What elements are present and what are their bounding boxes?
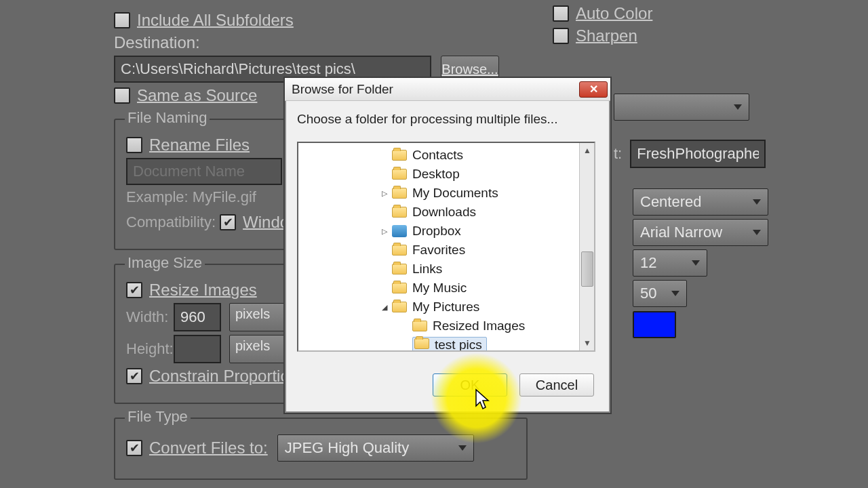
tree-item[interactable]: Favorites <box>298 241 582 260</box>
expand-icon[interactable]: ▷ <box>380 226 389 236</box>
tree-item[interactable]: Desktop <box>298 165 582 184</box>
font-size-select[interactable]: 12 <box>633 249 707 277</box>
tree-item-label: Dropbox <box>412 224 461 239</box>
sharpen-checkbox[interactable] <box>553 28 569 44</box>
ok-button[interactable]: OK <box>433 373 507 396</box>
tree-item-label: Favorites <box>412 243 465 258</box>
watermark-text-input[interactable] <box>630 140 766 168</box>
file-type-legend: File Type <box>125 408 191 426</box>
auto-color-checkbox[interactable] <box>553 5 569 22</box>
height-input[interactable] <box>174 335 221 363</box>
chevron-down-icon <box>753 230 761 235</box>
include-subfolders-checkbox[interactable] <box>114 12 130 28</box>
folder-tree[interactable]: ContactsDesktop▷My DocumentsDownloads▷Dr… <box>297 142 595 352</box>
expand-icon[interactable]: ◢ <box>380 302 389 312</box>
tree-item-label: Resized Images <box>433 319 525 333</box>
folder-icon <box>392 169 407 180</box>
constrain-proportions-checkbox[interactable] <box>126 368 142 384</box>
font-select[interactable]: Arial Narrow <box>633 219 768 246</box>
tree-item-label: Downloads <box>412 205 476 220</box>
width-input[interactable] <box>174 303 221 331</box>
text-field-suffix: t: <box>614 145 622 163</box>
folder-icon <box>414 338 429 349</box>
tree-item[interactable]: test pics <box>298 336 582 352</box>
height-label: Height: <box>126 340 174 358</box>
cancel-button[interactable]: Cancel <box>519 373 594 396</box>
tree-item[interactable]: Downloads <box>298 203 582 222</box>
scrollbar[interactable]: ▲ ▼ <box>579 143 594 350</box>
height-units-select[interactable]: pixels <box>229 335 288 363</box>
same-as-source-label: Same as Source <box>137 86 257 105</box>
dialog-message: Choose a folder for processing multiple … <box>297 112 598 127</box>
scroll-up-icon[interactable]: ▲ <box>580 143 595 158</box>
chevron-down-icon <box>753 199 761 205</box>
color-swatch[interactable] <box>633 311 676 338</box>
chevron-down-icon <box>671 291 679 296</box>
format-select[interactable]: JPEG High Quality <box>277 434 474 462</box>
tree-item[interactable]: My Music <box>298 279 582 298</box>
opacity-select[interactable]: 50 <box>633 280 687 307</box>
dialog-titlebar[interactable]: Browse for Folder ✕ <box>285 78 610 101</box>
tree-item-label: test pics <box>435 338 482 352</box>
folder-icon <box>392 245 407 256</box>
chevron-down-icon <box>458 445 467 451</box>
folder-icon <box>412 321 427 331</box>
tree-item-label: My Music <box>412 281 467 296</box>
tree-item[interactable]: ▷My Documents <box>298 184 582 203</box>
tree-item-label: Contacts <box>412 148 463 163</box>
same-as-source-checkbox[interactable] <box>114 87 130 104</box>
resize-images-checkbox[interactable] <box>126 282 142 298</box>
tree-item[interactable]: Links <box>298 260 582 279</box>
tree-item-label: Desktop <box>412 167 460 182</box>
tree-item-label: My Documents <box>412 186 498 201</box>
tree-item-label: My Pictures <box>412 300 479 314</box>
browse-for-folder-dialog: Browse for Folder ✕ Choose a folder for … <box>283 77 612 414</box>
scroll-down-icon[interactable]: ▼ <box>580 336 595 350</box>
folder-icon <box>392 302 407 312</box>
chevron-down-icon <box>692 260 700 266</box>
rename-files-label: Rename Files <box>149 136 250 155</box>
rename-files-checkbox[interactable] <box>126 137 142 153</box>
folder-icon <box>392 264 407 274</box>
label-select-1[interactable] <box>614 94 749 121</box>
position-select[interactable]: Centered <box>633 188 768 216</box>
convert-files-label: Convert Files to: <box>149 439 268 458</box>
dropbox-icon <box>392 225 407 237</box>
auto-color-label: Auto Color <box>576 4 652 23</box>
example-label: Example: MyFile.gif <box>126 188 256 206</box>
folder-icon <box>392 283 407 293</box>
document-name-input <box>126 158 282 185</box>
width-label: Width: <box>126 308 174 326</box>
image-size-legend: Image Size <box>125 254 205 272</box>
tree-item-label: Links <box>412 262 442 277</box>
file-type-group: File Type Convert Files to: JPEG High Qu… <box>114 418 528 480</box>
expand-icon[interactable]: ▷ <box>380 188 389 198</box>
compatibility-label: Compatibility: <box>126 214 216 231</box>
destination-label: Destination: <box>114 33 200 52</box>
sharpen-label: Sharpen <box>576 26 637 45</box>
scrollbar-thumb[interactable] <box>581 251 593 287</box>
tree-item[interactable]: Resized Images <box>298 317 582 336</box>
include-subfolders-label: Include All Subfolders <box>137 11 294 30</box>
chevron-down-icon <box>734 104 742 110</box>
folder-icon <box>392 150 407 161</box>
windows-checkbox[interactable] <box>220 214 236 230</box>
folder-icon <box>392 207 407 218</box>
resize-images-label: Resize Images <box>149 281 257 300</box>
close-icon[interactable]: ✕ <box>579 81 608 98</box>
tree-item[interactable]: ▷Dropbox <box>298 222 582 241</box>
width-units-select[interactable]: pixels <box>229 303 288 331</box>
tree-item[interactable]: ◢My Pictures <box>298 298 582 317</box>
convert-files-checkbox[interactable] <box>126 440 142 456</box>
dialog-title: Browse for Folder <box>292 82 393 97</box>
tree-item[interactable]: Contacts <box>298 146 582 165</box>
folder-icon <box>392 188 407 199</box>
file-naming-legend: File Naming <box>125 109 210 127</box>
